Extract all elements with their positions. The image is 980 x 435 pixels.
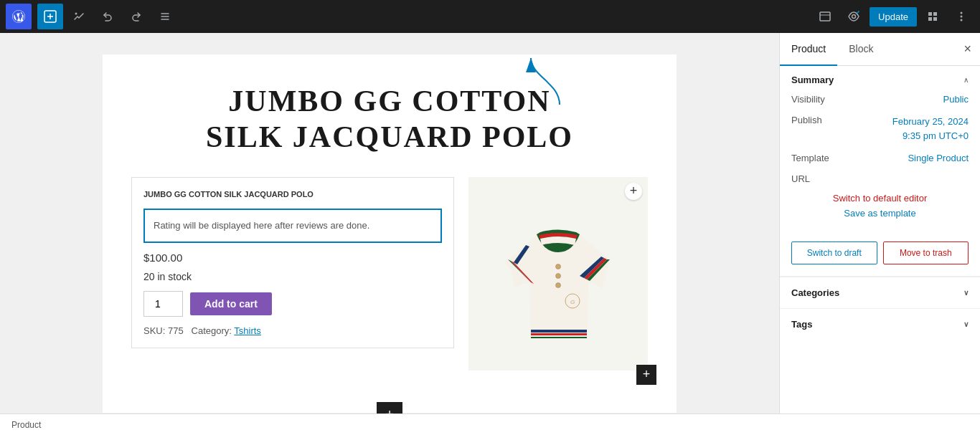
categories-chevron-icon: ∨ bbox=[963, 289, 969, 297]
right-sidebar: Product Block × Summary ∧ Visibility Pub… bbox=[779, 33, 980, 414]
product-image-container: G + bbox=[468, 177, 648, 371]
product-image-box: G + + bbox=[468, 177, 648, 376]
list-view-button[interactable] bbox=[152, 4, 178, 29]
tags-title: Tags bbox=[791, 319, 812, 330]
action-buttons: Switch to draft Move to trash bbox=[780, 242, 980, 276]
block-add-button-image[interactable]: + bbox=[636, 365, 656, 385]
toolbar: Update bbox=[0, 0, 980, 33]
breadcrumb: Product bbox=[11, 420, 41, 430]
publish-time: 9:35 pm UTC+0 bbox=[903, 130, 969, 141]
category-label: Category: bbox=[192, 325, 232, 336]
undo-button[interactable] bbox=[95, 4, 121, 29]
product-price: $100.00 bbox=[143, 252, 442, 264]
product-name-small: JUMBO GG COTTON SILK JACQUARD POLO bbox=[143, 189, 442, 200]
bottom-bar: Product bbox=[0, 414, 980, 435]
summary-title: Summary bbox=[791, 75, 834, 85]
url-label: URL bbox=[791, 173, 842, 184]
preview-button[interactable] bbox=[812, 4, 838, 29]
main-layout: JUMBO GG COTTONSILK JACQUARD POLO JUMBO … bbox=[0, 33, 980, 414]
wp-logo[interactable] bbox=[6, 4, 32, 29]
template-row: Template Single Product bbox=[791, 153, 969, 163]
svg-rect-14 bbox=[933, 17, 937, 21]
canvas-content: JUMBO GG COTTONSILK JACQUARD POLO JUMBO … bbox=[103, 54, 677, 413]
publish-date: February 25, 2024 bbox=[892, 116, 969, 127]
tags-section: Tags ∨ bbox=[780, 308, 980, 340]
categories-title: Categories bbox=[791, 287, 839, 298]
product-title: JUMBO GG COTTONSILK JACQUARD POLO bbox=[131, 83, 648, 156]
save-as-template-link[interactable]: Save as template bbox=[791, 208, 969, 219]
svg-point-21 bbox=[556, 282, 561, 287]
switch-to-draft-button[interactable]: Switch to draft bbox=[791, 242, 877, 264]
view-button[interactable] bbox=[841, 4, 867, 29]
toolbar-right: Update bbox=[812, 4, 974, 29]
sidebar-tabs: Product Block × bbox=[780, 33, 980, 66]
svg-point-15 bbox=[961, 12, 963, 14]
switch-default-editor-link[interactable]: Switch to default editor bbox=[791, 193, 969, 204]
summary-section: Summary ∧ Visibility Public Publish Febr… bbox=[780, 66, 980, 277]
product-stock: 20 in stock bbox=[143, 271, 442, 282]
categories-section: Categories ∨ bbox=[780, 277, 980, 308]
tab-product[interactable]: Product bbox=[780, 33, 837, 66]
quantity-input[interactable] bbox=[143, 291, 183, 317]
svg-rect-12 bbox=[933, 12, 937, 16]
redo-button[interactable] bbox=[123, 4, 149, 29]
summary-section-header[interactable]: Summary ∧ bbox=[780, 66, 980, 94]
summary-section-content: Visibility Public Publish February 25, 2… bbox=[780, 94, 980, 242]
tags-chevron-icon: ∨ bbox=[963, 320, 969, 328]
rating-placeholder: Rating will be displayed here after revi… bbox=[143, 209, 442, 243]
svg-point-19 bbox=[556, 264, 561, 269]
more-options-button[interactable] bbox=[948, 4, 974, 29]
tools-button[interactable] bbox=[66, 4, 92, 29]
visibility-row: Visibility Public bbox=[791, 94, 969, 105]
svg-point-20 bbox=[556, 273, 561, 278]
move-to-trash-button[interactable]: Move to trash bbox=[883, 242, 969, 264]
add-block-button[interactable] bbox=[37, 4, 63, 29]
svg-point-17 bbox=[961, 19, 963, 21]
svg-point-4 bbox=[75, 13, 77, 15]
product-details-box: JUMBO GG COTTON SILK JACQUARD POLO Ratin… bbox=[131, 177, 454, 348]
publish-row: Publish February 25, 2024 9:35 pm UTC+0 bbox=[791, 115, 969, 143]
visibility-label: Visibility bbox=[791, 94, 842, 105]
sku-label: SKU: bbox=[143, 325, 165, 336]
svg-rect-13 bbox=[928, 17, 932, 21]
svg-point-16 bbox=[961, 16, 963, 18]
template-label: Template bbox=[791, 153, 842, 163]
product-image: G bbox=[494, 195, 623, 353]
sku-value: 775 bbox=[168, 325, 184, 336]
add-to-cart-row: Add to cart bbox=[143, 291, 442, 317]
tab-block[interactable]: Block bbox=[837, 33, 885, 66]
categories-header[interactable]: Categories ∨ bbox=[780, 277, 980, 308]
publish-value[interactable]: February 25, 2024 9:35 pm UTC+0 bbox=[892, 115, 969, 143]
product-body: JUMBO GG COTTON SILK JACQUARD POLO Ratin… bbox=[131, 177, 648, 376]
publish-label: Publish bbox=[791, 115, 842, 125]
tags-header[interactable]: Tags ∨ bbox=[780, 309, 980, 340]
svg-point-10 bbox=[852, 15, 856, 19]
add-block-main-button[interactable]: + bbox=[377, 402, 402, 414]
summary-chevron-icon: ∧ bbox=[963, 76, 969, 84]
visibility-value[interactable]: Public bbox=[943, 94, 969, 105]
url-row: URL bbox=[791, 173, 969, 184]
product-meta: SKU: 775 Category: Tshirts bbox=[143, 325, 442, 336]
template-value[interactable]: Single Product bbox=[908, 153, 969, 163]
svg-rect-8 bbox=[820, 12, 830, 21]
canvas-area: JUMBO GG COTTONSILK JACQUARD POLO JUMBO … bbox=[0, 33, 779, 414]
category-link[interactable]: Tshirts bbox=[234, 325, 261, 336]
svg-rect-11 bbox=[928, 12, 932, 16]
add-to-cart-button[interactable]: Add to cart bbox=[190, 292, 272, 315]
svg-text:G: G bbox=[570, 299, 575, 305]
settings-button[interactable] bbox=[920, 4, 946, 29]
image-add-button[interactable]: + bbox=[625, 183, 642, 200]
sidebar-close-button[interactable]: × bbox=[955, 33, 980, 65]
update-button[interactable]: Update bbox=[870, 7, 917, 27]
